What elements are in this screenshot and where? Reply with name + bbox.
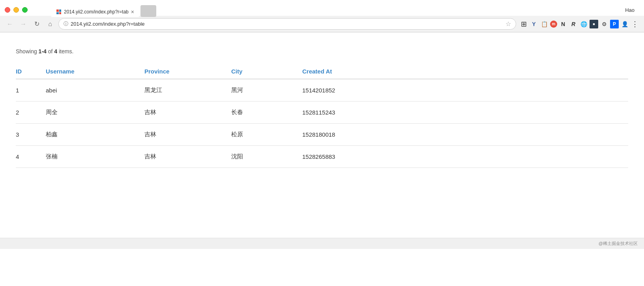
showing-info: Showing 1-4 of 4 items.	[16, 48, 628, 55]
page-content: Showing 1-4 of 4 items. ID Username Prov…	[0, 32, 644, 238]
col-province[interactable]: Province	[138, 64, 225, 79]
tab-bar: 2014.yii2.com/index.php?r=tab ×	[28, 5, 180, 17]
footer-credit: @稀土掘金技术社区	[599, 241, 638, 246]
cell-city: 松原	[225, 124, 296, 146]
cell-username: 周全	[39, 102, 138, 124]
cell-city: 长春	[225, 102, 296, 124]
window-controls	[5, 7, 28, 13]
header-row: ID Username Province City Created At	[16, 64, 628, 79]
more-options-icon[interactable]: ⋮	[631, 20, 639, 28]
tab-favicon	[56, 9, 62, 15]
extensions-area: ⊞ Y 📋 m N R 🌐 ■ ⚙ P 👤 ⋮	[519, 20, 639, 28]
extension-m-icon[interactable]: m	[550, 21, 557, 28]
table-row: 3 柏鑫 吉林 松原 1528180018	[16, 124, 628, 146]
home-button[interactable]: ⌂	[45, 19, 55, 29]
cell-province: 黑龙江	[138, 79, 225, 102]
cell-province: 吉林	[138, 146, 225, 168]
cell-id: 2	[16, 102, 39, 124]
col-created-at[interactable]: Created At	[296, 64, 628, 79]
secure-icon: ⓘ	[64, 21, 68, 27]
cell-id: 1	[16, 79, 39, 102]
cell-username: 柏鑫	[39, 124, 138, 146]
user-label: Hao	[625, 4, 639, 13]
minimize-button[interactable]	[13, 7, 19, 13]
table-row: 4 张楠 吉林 沈阳 1528265883	[16, 146, 628, 168]
maximize-button[interactable]	[22, 7, 28, 13]
browser-window: 2014.yii2.com/index.php?r=tab × Hao ← → …	[0, 0, 644, 249]
cell-created-at: 1528115243	[296, 102, 628, 124]
page-footer: @稀土掘金技术社区	[0, 238, 644, 249]
table-header: ID Username Province City Created At	[16, 64, 628, 79]
cell-created-at: 1528265883	[296, 146, 628, 168]
cell-created-at: 1514201852	[296, 79, 628, 102]
cell-province: 吉林	[138, 124, 225, 146]
cell-created-at: 1528180018	[296, 124, 628, 146]
qrcode-extension-icon[interactable]: ⊞	[519, 20, 528, 28]
table-row: 2 周全 吉林 长春 1528115243	[16, 102, 628, 124]
extension-avatar-icon[interactable]: 👤	[620, 20, 629, 28]
showing-of: of	[47, 48, 54, 55]
col-id[interactable]: ID	[16, 64, 39, 79]
back-button[interactable]: ←	[5, 19, 15, 29]
showing-count: 4	[54, 48, 57, 55]
nav-bar: ← → ↻ ⌂ ⓘ 2014.yii2.com/index.php?r=tabl…	[0, 16, 644, 32]
showing-suffix: items.	[57, 48, 73, 55]
forward-button[interactable]: →	[18, 19, 28, 29]
extension-globe-icon[interactable]: 🌐	[579, 20, 588, 28]
extension-n-icon[interactable]: N	[559, 20, 567, 28]
showing-range: 1-4	[39, 48, 47, 55]
cell-city: 沈阳	[225, 146, 296, 168]
extension-clipboard-icon[interactable]: 📋	[540, 20, 549, 28]
col-username[interactable]: Username	[39, 64, 138, 79]
cell-city: 黑河	[225, 79, 296, 102]
bookmark-star-icon[interactable]: ☆	[505, 20, 511, 28]
extension-p-icon[interactable]: P	[610, 20, 619, 28]
table-row: 1 abei 黑龙江 黑河 1514201852	[16, 79, 628, 102]
tab-close-icon[interactable]: ×	[131, 9, 134, 15]
cell-id: 3	[16, 124, 39, 146]
cell-id: 4	[16, 146, 39, 168]
col-city[interactable]: City	[225, 64, 296, 79]
address-text: 2014.yii2.com/index.php?r=table	[71, 21, 503, 27]
close-button[interactable]	[5, 7, 10, 13]
extension-r-icon[interactable]: R	[569, 20, 578, 28]
address-domain: 2014.yii2.com/index.php?r=table	[71, 21, 145, 27]
new-tab-button[interactable]	[140, 5, 156, 17]
cell-username: abei	[39, 79, 138, 102]
cell-province: 吉林	[138, 102, 225, 124]
address-bar[interactable]: ⓘ 2014.yii2.com/index.php?r=table ☆	[58, 18, 516, 30]
extension-y-icon[interactable]: Y	[530, 20, 538, 28]
title-bar: 2014.yii2.com/index.php?r=tab × Hao	[0, 0, 644, 16]
active-tab[interactable]: 2014.yii2.com/index.php?r=tab ×	[51, 7, 139, 17]
cell-username: 张楠	[39, 146, 138, 168]
data-table: ID Username Province City Created At 1 a…	[16, 64, 628, 168]
extension-dark-icon[interactable]: ■	[590, 20, 598, 28]
tab-title: 2014.yii2.com/index.php?r=tab	[64, 9, 129, 15]
table-body: 1 abei 黑龙江 黑河 1514201852 2 周全 吉林 长春 1528…	[16, 79, 628, 168]
refresh-button[interactable]: ↻	[32, 19, 42, 29]
extension-settings-icon[interactable]: ⚙	[600, 20, 608, 28]
showing-prefix: Showing	[16, 48, 39, 55]
